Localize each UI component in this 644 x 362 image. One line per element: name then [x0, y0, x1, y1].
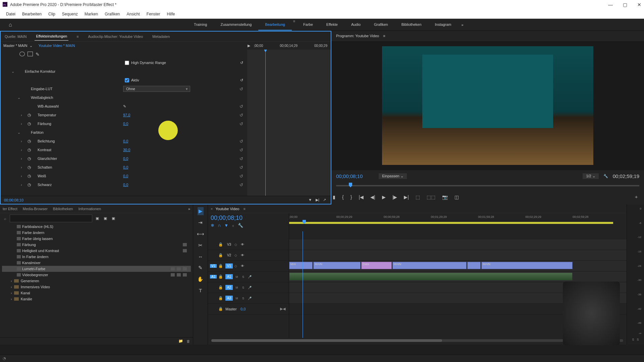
- ws-training[interactable]: Training: [187, 19, 214, 31]
- pen-tool[interactable]: ✎: [197, 264, 204, 272]
- tab-info[interactable]: Informationen: [78, 207, 101, 211]
- skip-icon[interactable]: ▶|: [314, 198, 321, 202]
- tab-mastereffect[interactable]: ter Effect: [3, 207, 17, 211]
- extract-icon[interactable]: ⬚⬚: [425, 193, 437, 201]
- exposure-value[interactable]: 0,0: [123, 139, 128, 143]
- program-scrubber[interactable]: [331, 182, 644, 190]
- shadows-value[interactable]: 0,0: [123, 165, 128, 169]
- temp-disclose[interactable]: ›: [21, 113, 22, 117]
- snap-icon[interactable]: ❄: [211, 223, 214, 228]
- basic-disclose[interactable]: ⌄: [11, 69, 14, 74]
- menu-ansicht[interactable]: Ansicht: [123, 10, 143, 18]
- program-panel-menu[interactable]: ≡: [382, 34, 386, 38]
- fx-farbe-uebrig[interactable]: Farbe übrig lassen: [2, 236, 191, 242]
- settings-icon[interactable]: ⬨: [232, 223, 234, 228]
- proj-overflow[interactable]: »: [188, 207, 190, 211]
- search-input[interactable]: [10, 215, 92, 222]
- track-v1[interactable]: V1 🔒 V1 ◇👁: [208, 261, 289, 272]
- marker-icon[interactable]: ▼: [224, 223, 228, 228]
- ws-instagram[interactable]: Instagram: [428, 19, 458, 31]
- program-title[interactable]: Programm: Youtube Video: [336, 34, 379, 38]
- ws-bibliotheken[interactable]: Bibliotheken: [395, 19, 428, 31]
- menu-marken[interactable]: Marken: [81, 10, 101, 18]
- exp-reset[interactable]: ↺: [239, 139, 243, 144]
- mute-button[interactable]: M: [234, 297, 239, 300]
- track-v3[interactable]: 🔒 V3 ◇👁: [208, 239, 289, 250]
- input-lut-reset[interactable]: ↺: [239, 86, 243, 92]
- ripple-tool[interactable]: ⟷: [196, 230, 205, 238]
- ws-effekte[interactable]: Effekte: [320, 19, 344, 31]
- con-stopwatch[interactable]: ◷: [28, 147, 31, 152]
- eyedropper-icon[interactable]: ✎: [123, 104, 126, 109]
- tab-mediabrowser[interactable]: Media-Browser: [23, 207, 48, 211]
- wh-reset[interactable]: ↺: [239, 174, 243, 179]
- bl-disclose[interactable]: ›: [21, 183, 22, 187]
- razor-tool[interactable]: ✂: [197, 241, 204, 249]
- go-in-icon[interactable]: |◀: [357, 193, 365, 201]
- solo-r[interactable]: S: [636, 337, 640, 342]
- mic-icon[interactable]: 🎤: [247, 297, 252, 300]
- sequence-name[interactable]: Youtube Video: [215, 207, 239, 211]
- ws-farbe[interactable]: Farbe: [297, 19, 320, 31]
- mute-button[interactable]: M: [234, 275, 239, 279]
- track-a2[interactable]: 🔒 A2 M S 🎤: [208, 282, 289, 293]
- hdr-checkbox[interactable]: [125, 61, 129, 65]
- con-disclose[interactable]: ›: [21, 148, 22, 152]
- fx-farbbalance[interactable]: Farbbalance (HLS): [2, 224, 191, 230]
- fx-kanalmixer[interactable]: Kanalmixer: [2, 260, 191, 266]
- program-playhead[interactable]: [349, 183, 352, 187]
- tint-stopwatch[interactable]: ◷: [28, 121, 31, 126]
- minimize-button[interactable]: —: [608, 2, 613, 7]
- fx-faerbung[interactable]: Färbung: [2, 242, 191, 248]
- slip-tool[interactable]: ↔: [197, 253, 204, 260]
- bl-stopwatch[interactable]: ◷: [28, 182, 31, 187]
- highlights-value[interactable]: 0,0: [123, 157, 128, 161]
- fit-dropdown[interactable]: Einpassen ⌄: [379, 173, 407, 179]
- clip[interactable]: MAIN: [313, 262, 361, 269]
- fx-farbe-aendern[interactable]: Farbe ändern: [2, 230, 191, 236]
- wb-disclose[interactable]: ⌄: [17, 96, 20, 100]
- solo-button[interactable]: S: [241, 286, 246, 289]
- contrast-value[interactable]: 30,0: [123, 148, 130, 152]
- go-out-icon[interactable]: ▶|: [402, 193, 410, 201]
- program-timecode[interactable]: 00;00;08;10: [336, 173, 363, 179]
- active-reset[interactable]: ↺: [240, 78, 243, 82]
- hl-stopwatch[interactable]: ◷: [28, 156, 31, 161]
- sequence-clip-label[interactable]: Youtube Video * MAIN: [39, 44, 75, 48]
- mask-rect-button[interactable]: [28, 52, 33, 56]
- tint-value[interactable]: 0,0: [123, 122, 128, 126]
- lock-icon[interactable]: 🔒: [218, 275, 224, 279]
- menu-sequenz[interactable]: Sequenz: [59, 10, 81, 18]
- ws-zusammenstellung[interactable]: Zusammenstellung: [214, 19, 258, 31]
- zoom-dropdown[interactable]: 1/2 ⌄: [583, 173, 598, 179]
- lock-icon[interactable]: 🔒: [218, 242, 224, 247]
- mic-icon[interactable]: 🎤: [247, 286, 252, 289]
- tab-libs[interactable]: Bibliotheken: [53, 207, 73, 211]
- program-monitor[interactable]: [331, 41, 644, 170]
- hand-tool[interactable]: ✋: [196, 275, 205, 283]
- menu-hilfe[interactable]: Hilfe: [164, 10, 178, 18]
- lift-icon[interactable]: ⬚: [414, 193, 421, 201]
- tone-disclose[interactable]: ⌄: [17, 130, 20, 135]
- ws-overflow[interactable]: »: [458, 19, 467, 30]
- folder-immersives[interactable]: ›Immersives Video: [2, 284, 191, 290]
- track-select-tool[interactable]: ⇥: [197, 219, 204, 227]
- close-seq[interactable]: ×: [211, 207, 213, 211]
- ws-grafiken[interactable]: Grafiken: [367, 19, 395, 31]
- play-effect-button[interactable]: ▶: [248, 44, 250, 48]
- step-fwd-icon[interactable]: |▶: [391, 193, 399, 201]
- step-back-icon[interactable]: ◀|: [369, 193, 377, 201]
- bracket-out-icon[interactable]: }: [349, 193, 354, 201]
- tab-audiomixer[interactable]: Audioclip-Mischer: Youtube Video: [87, 33, 145, 41]
- folder-kanal[interactable]: ›Kanal: [2, 290, 191, 296]
- menu-datei[interactable]: Datei: [3, 10, 19, 18]
- clip-switcher[interactable]: ⌄: [28, 44, 35, 48]
- mark-in-icon[interactable]: ▮: [331, 193, 337, 201]
- new-bin-icon[interactable]: 📁: [178, 339, 183, 343]
- folder-generieren[interactable]: ›Generieren: [2, 278, 191, 284]
- wh-stopwatch[interactable]: ◷: [28, 174, 31, 178]
- mute-button[interactable]: M: [234, 286, 239, 289]
- clip[interactable]: Data: [361, 262, 392, 269]
- con-reset[interactable]: ↺: [239, 147, 243, 153]
- lock-icon[interactable]: 🔒: [218, 253, 224, 257]
